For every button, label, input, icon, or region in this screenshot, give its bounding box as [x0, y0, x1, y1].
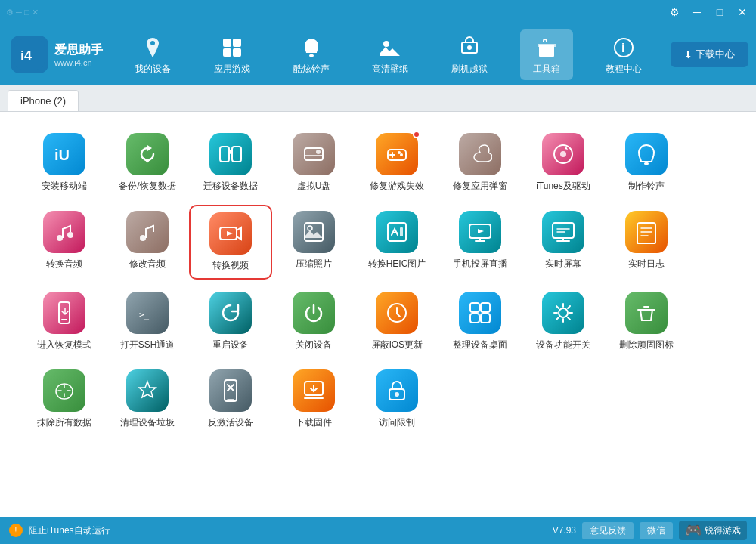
nav-item-my-device[interactable]: 我的设备	[124, 29, 181, 80]
svg-rect-3	[223, 39, 231, 47]
tool-label-access-limit: 访问限制	[379, 416, 415, 429]
nav-item-ringtone[interactable]: 酷炫铃声	[283, 29, 340, 80]
nav-item-app-game[interactable]: 应用游戏	[203, 29, 261, 80]
tool-label-edit-audio: 修改音频	[129, 258, 166, 270]
tool-label-delete-stubborn: 删除顽固图标	[619, 338, 674, 351]
tool-label-device-feature: 设备功能开关	[536, 338, 590, 351]
tool-fix-app[interactable]: 修复应用弹窗	[438, 127, 522, 199]
tool-icon-wipe-data	[43, 369, 85, 412]
feedback-button[interactable]: 意见反馈	[582, 522, 634, 539]
tool-icon-delete-stubborn	[625, 292, 668, 334]
maximize-button[interactable]: □	[709, 2, 730, 23]
svg-point-25	[57, 235, 63, 241]
tool-delete-stubborn[interactable]: 删除顽固图标	[605, 286, 688, 357]
minimize-button[interactable]: ─	[686, 2, 708, 23]
tool-clean-junk[interactable]: 清理设备垃圾	[106, 363, 189, 435]
settings-button[interactable]: ⚙	[664, 2, 685, 23]
svg-rect-42	[470, 314, 479, 323]
tool-icon-recovery-mode	[43, 292, 85, 334]
nav-label-jailbreak: 刷机越狱	[451, 63, 488, 76]
tool-open-ssh[interactable]: >_ 打开SSH通道	[106, 286, 189, 357]
nav-label-wallpaper: 高清壁纸	[372, 63, 408, 76]
tool-itunes-driver[interactable]: iTunes及驱动	[522, 127, 605, 199]
svg-rect-43	[481, 314, 490, 323]
tool-block-ios-update[interactable]: 屏蔽iOS更新	[355, 286, 438, 357]
nav-item-wallpaper[interactable]: 高清壁纸	[361, 29, 419, 80]
nav-label-toolbox: 工具箱	[533, 63, 560, 76]
footer-left: ! 阻止iTunes自动运行	[9, 524, 110, 537]
tool-deactivate[interactable]: 反激活设备	[189, 363, 272, 435]
tool-realtime-log[interactable]: 实时日志	[605, 205, 688, 280]
nav-icon-tutorial: i	[610, 34, 637, 61]
download-button[interactable]: ⬇ 下载中心	[671, 42, 748, 67]
tool-install-mobile[interactable]: iU 安装移动端	[23, 127, 106, 199]
tool-label-itunes-driver: iTunes及驱动	[536, 180, 590, 193]
svg-rect-15	[220, 147, 229, 162]
game-badge: 🎮 锐得游戏	[679, 521, 747, 540]
tool-icon-migrate-data	[209, 133, 252, 175]
tool-convert-audio[interactable]: 转换音频	[23, 205, 106, 280]
tool-label-restart-device: 重启设备	[212, 338, 249, 351]
close-button[interactable]: ✕	[732, 2, 753, 23]
nav-item-jailbreak[interactable]: 刷机越狱	[441, 29, 498, 80]
tool-label-fix-game: 修复游戏失效	[370, 180, 424, 193]
tool-organize-desktop[interactable]: 整理设备桌面	[438, 286, 522, 357]
svg-text:iU: iU	[54, 147, 70, 163]
svg-rect-16	[232, 147, 241, 162]
tool-download-firmware[interactable]: 下载固件	[272, 363, 355, 435]
tool-make-ringtone[interactable]: 制作铃声	[605, 127, 688, 199]
tool-compress-photo[interactable]: 压缩照片	[272, 205, 355, 280]
svg-point-48	[395, 392, 399, 397]
tool-backup-restore[interactable]: 备份/恢复数据	[106, 127, 189, 199]
tool-label-realtime-screen: 实时屏幕	[545, 258, 581, 270]
logo-url: www.i4.cn	[54, 58, 103, 67]
tool-label-screen-mirror: 手机投屏直播	[453, 258, 507, 270]
tool-access-limit[interactable]: 访问限制	[355, 363, 438, 435]
tool-edit-audio[interactable]: 修改音频	[106, 205, 189, 280]
nav-icon-jailbreak	[456, 34, 483, 61]
tool-migrate-data[interactable]: 迁移设备数据	[189, 127, 272, 199]
nav-item-tutorial[interactable]: i 教程中心	[595, 29, 652, 80]
titlebar: ⚙ ─ □ ✕ ⚙ ─ □ ✕	[0, 0, 756, 24]
header: i4 爱思助手 www.i4.cn 我的设备 应用游戏	[0, 24, 756, 85]
svg-point-8	[383, 41, 389, 47]
tool-virtual-udisk[interactable]: 虚拟U盘	[272, 127, 355, 199]
tool-label-convert-heic: 转换HEIC图片	[368, 258, 426, 270]
svg-point-26	[67, 232, 73, 238]
svg-rect-35	[637, 223, 655, 244]
tool-label-make-ringtone: 制作铃声	[628, 180, 665, 193]
titlebar-spacer: ⚙ ─ □ ✕	[6, 8, 39, 17]
nav-items: 我的设备 应用游戏 酷炫铃声 高清壁纸	[113, 29, 663, 80]
tool-label-organize-desktop: 整理设备桌面	[453, 338, 507, 351]
logo-icon: i4	[11, 36, 48, 73]
svg-rect-7	[309, 54, 314, 57]
tool-icon-realtime-screen	[542, 211, 584, 253]
download-icon: ⬇	[684, 49, 692, 60]
tool-device-feature[interactable]: 设备功能开关	[522, 286, 605, 357]
tool-screen-mirror[interactable]: 手机投屏直播	[438, 205, 522, 280]
svg-rect-45	[225, 380, 237, 401]
tab-iphone[interactable]: iPhone (2)	[8, 90, 79, 111]
tool-icon-fix-game	[376, 133, 418, 175]
tool-icon-access-limit	[376, 369, 418, 412]
tool-convert-heic[interactable]: 转换HEIC图片	[355, 205, 438, 280]
tool-convert-video[interactable]: 转换视频	[189, 205, 272, 280]
tool-fix-game[interactable]: 修复游戏失效	[355, 127, 438, 199]
tool-wipe-data[interactable]: 抹除所有数据	[23, 363, 106, 435]
tool-restart-device[interactable]: 重启设备	[189, 286, 272, 357]
tool-recovery-mode[interactable]: 进入恢复模式	[23, 286, 106, 357]
tool-label-install-mobile: 安装移动端	[42, 180, 87, 193]
nav-label-app-game: 应用游戏	[214, 63, 250, 76]
tool-icon-edit-audio	[126, 211, 169, 253]
tool-icon-restart-device	[209, 292, 252, 334]
svg-point-20	[400, 153, 403, 156]
svg-text:i: i	[621, 42, 624, 54]
tool-realtime-screen[interactable]: 实时屏幕	[522, 205, 605, 280]
tool-shutdown-device[interactable]: 关闭设备	[272, 286, 355, 357]
tool-icon-virtual-udisk	[293, 133, 335, 175]
tool-icon-shutdown-device	[293, 292, 335, 334]
tool-grid: iU 安装移动端 备份/恢复数据 迁移设备数据 虚拟U盘 修复游戏失效	[23, 127, 733, 435]
nav-item-toolbox[interactable]: 工具箱	[520, 29, 573, 80]
svg-rect-40	[470, 303, 479, 312]
wechat-button[interactable]: 微信	[640, 522, 673, 539]
